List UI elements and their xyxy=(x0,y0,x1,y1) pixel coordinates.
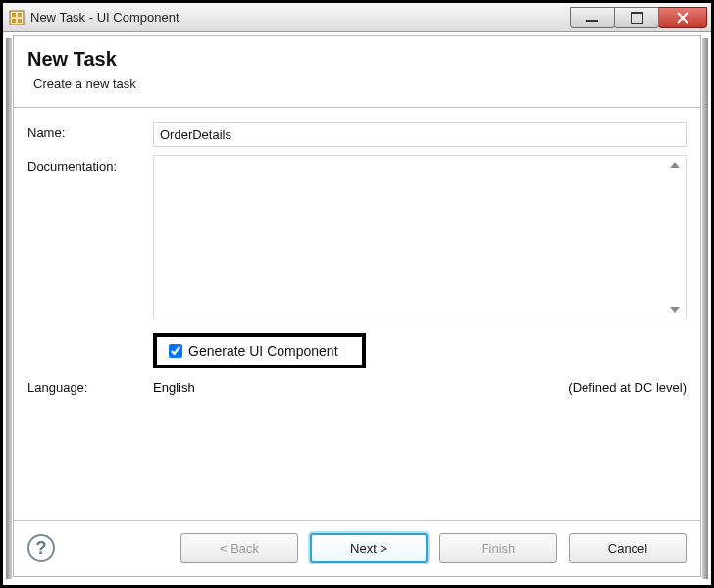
scroll-up-icon[interactable] xyxy=(670,162,680,168)
next-button[interactable]: Next > xyxy=(310,533,428,563)
language-label: Language: xyxy=(27,380,153,395)
form-area: Name: Documentation: xyxy=(14,116,700,520)
finish-button[interactable]: Finish xyxy=(439,533,557,563)
svg-rect-3 xyxy=(12,19,16,23)
finish-button-label: Finish xyxy=(482,541,516,556)
documentation-field xyxy=(153,155,687,319)
minimize-button[interactable] xyxy=(570,7,615,28)
documentation-input[interactable] xyxy=(154,156,686,318)
window-controls xyxy=(571,7,707,28)
frame-shadow xyxy=(702,38,708,579)
back-button[interactable]: < Back xyxy=(180,533,298,563)
cancel-button-label: Cancel xyxy=(608,541,647,556)
language-row: Language: English (Defined at DC level) xyxy=(27,380,687,395)
dialog-window: New Task - UI Component New Task Create … xyxy=(0,0,714,588)
dialog-header: New Task Create a new task xyxy=(14,36,700,103)
page-title: New Task xyxy=(27,48,687,71)
maximize-button[interactable] xyxy=(614,7,659,28)
generate-ui-checkbox-highlight: Generate UI Component xyxy=(153,333,366,368)
app-icon xyxy=(9,10,25,25)
name-label: Name: xyxy=(27,122,153,140)
scroll-down-icon[interactable] xyxy=(670,307,680,313)
titlebar[interactable]: New Task - UI Component xyxy=(3,3,711,32)
documentation-row: Documentation: xyxy=(27,155,687,319)
window-title: New Task - UI Component xyxy=(30,10,179,24)
button-bar: ? < Back Next > Finish Cancel xyxy=(14,520,700,576)
documentation-label: Documentation: xyxy=(27,155,153,173)
frame-shadow xyxy=(6,38,12,579)
language-note: (Defined at DC level) xyxy=(568,380,687,395)
close-button[interactable] xyxy=(658,7,707,28)
back-button-label: < Back xyxy=(220,541,259,556)
language-value: English xyxy=(153,380,568,395)
help-button[interactable]: ? xyxy=(27,534,55,562)
svg-rect-1 xyxy=(12,13,16,17)
help-icon: ? xyxy=(36,538,47,559)
svg-rect-2 xyxy=(18,13,22,17)
generate-ui-checkbox[interactable] xyxy=(169,344,182,358)
next-button-label: Next > xyxy=(350,541,387,556)
name-input[interactable] xyxy=(153,122,687,147)
dialog-body: New Task Create a new task Name: Documen… xyxy=(13,35,701,577)
name-row: Name: xyxy=(27,122,687,147)
page-subtitle: Create a new task xyxy=(33,76,687,91)
generate-ui-checkbox-label[interactable]: Generate UI Component xyxy=(188,343,338,359)
cancel-button[interactable]: Cancel xyxy=(569,533,687,563)
svg-rect-4 xyxy=(18,19,22,23)
divider xyxy=(14,107,700,108)
